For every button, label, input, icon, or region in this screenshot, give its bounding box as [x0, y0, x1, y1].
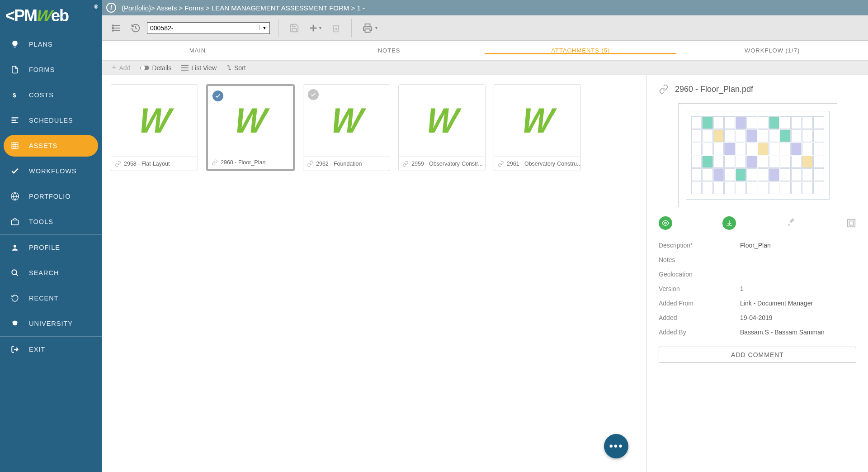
sidebar-item-label: SEARCH	[29, 269, 59, 277]
sidebar-item-costs[interactable]: $COSTS	[0, 82, 102, 108]
attachments-toolbar: +Add Details List View ⇅Sort	[102, 61, 868, 75]
link-icon	[115, 161, 121, 167]
attachment-card[interactable]: W2960 - Floor_Plan	[206, 84, 295, 171]
print-icon[interactable]: ▼	[360, 20, 381, 36]
sidebar-item-label: UNIVERSITY	[29, 320, 73, 327]
add-comment-button[interactable]: ADD COMMENT	[659, 347, 856, 363]
save-icon[interactable]	[287, 20, 302, 36]
tree-view-icon[interactable]	[109, 20, 124, 36]
sidebar-item-workflows[interactable]: WORKFLOWS	[0, 158, 102, 184]
dollar-icon: $	[9, 91, 21, 100]
sidebar-item-assets[interactable]: ASSETS	[4, 135, 98, 157]
brush-icon[interactable]	[786, 218, 796, 228]
add-attachment-button[interactable]: +Add	[112, 63, 130, 72]
meta-row: Geolocation	[659, 267, 856, 281]
exit-icon	[9, 345, 21, 353]
link-icon	[307, 161, 313, 167]
sidebar-item-tools[interactable]: TOOLS	[0, 209, 102, 234]
sidebar-item-recent[interactable]: RECENT	[0, 286, 102, 311]
svg-point-21	[112, 30, 113, 31]
briefcase-icon	[9, 218, 21, 226]
sidebar-item-label: SCHEDULES	[29, 117, 73, 124]
svg-point-26	[141, 66, 145, 70]
globe-icon	[9, 192, 21, 201]
meta-value: 19-04-2019	[740, 314, 773, 321]
bulb-icon	[9, 40, 21, 49]
delete-icon[interactable]	[329, 21, 343, 35]
sidebar-item-label: PORTFOLIO	[29, 193, 71, 200]
meta-label: Added From	[659, 300, 740, 307]
info-icon[interactable]: i	[106, 3, 116, 13]
sidebar-item-plans[interactable]: PLANS	[0, 32, 102, 57]
breadcrumb: i (Portfolio) > Assets > Forms > LEAN MA…	[102, 0, 868, 15]
sidebar-item-label: RECENT	[29, 295, 59, 302]
sidebar-item-label: COSTS	[29, 91, 54, 99]
meta-value: Bassam.S - Bassam Samman	[740, 329, 825, 336]
tab-main[interactable]: MAIN	[102, 47, 293, 54]
attachment-card[interactable]: W2959 - Observatory-Constr...	[398, 84, 486, 171]
svg-text:$: $	[13, 92, 16, 99]
attachment-card[interactable]: W2958 - Flat-Layout	[111, 84, 198, 171]
record-selector[interactable]: 000582- ▼	[147, 22, 270, 34]
link-icon	[659, 84, 669, 94]
svg-point-30	[665, 222, 666, 224]
meta-value: 1	[740, 285, 744, 292]
sidebar-item-schedules[interactable]: SCHEDULES	[0, 108, 102, 133]
download-button[interactable]	[722, 216, 736, 230]
sort-button[interactable]: ⇅Sort	[226, 64, 246, 72]
card-label: 2961 - Observatory-Constru...	[507, 161, 580, 167]
sidebar-item-profile[interactable]: PROFILE	[0, 235, 102, 260]
meta-label: Geolocation	[659, 271, 740, 278]
sidebar-item-exit[interactable]: EXIT	[0, 337, 102, 362]
details-toggle[interactable]: Details	[140, 64, 171, 72]
meta-row: Added ByBassam.S - Bassam Samman	[659, 325, 856, 339]
check-badge-icon	[212, 91, 223, 101]
sidebar-item-label: WORKFLOWS	[29, 167, 77, 175]
sidebar-item-label: EXIT	[29, 346, 45, 353]
tab-workflow-[interactable]: WORKFLOW (1/7)	[676, 47, 868, 54]
link-icon	[498, 161, 504, 167]
card-label: 2962 - Foundation	[316, 161, 362, 167]
view-button[interactable]	[659, 216, 672, 230]
card-label: 2960 - Floor_Plan	[221, 159, 265, 166]
breadcrumb-path: > Assets > Forms > LEAN MANAGEMENT ASSES…	[151, 4, 365, 12]
check-badge-icon	[308, 89, 319, 100]
attachment-preview[interactable]	[678, 103, 837, 207]
svg-line-14	[16, 274, 18, 276]
sidebar-item-university[interactable]: UNIVERSITY	[0, 311, 102, 336]
check-icon	[9, 167, 21, 176]
breadcrumb-portfolio[interactable]: (Portfolio)	[122, 4, 151, 12]
attachments-grid: W2958 - Flat-LayoutW2960 - Floor_PlanW29…	[102, 75, 646, 472]
meta-label: Notes	[659, 256, 740, 263]
sidebar-item-portfolio[interactable]: PORTFOLIO	[0, 184, 102, 209]
record-selector-value: 000582-	[150, 24, 173, 32]
attachment-card[interactable]: W2962 - Foundation	[303, 84, 390, 171]
sidebar-item-search[interactable]: SEARCH	[0, 260, 102, 286]
meta-row: Added19-04-2019	[659, 310, 856, 325]
expand-icon[interactable]	[846, 218, 856, 228]
tab-notes[interactable]: NOTES	[293, 47, 485, 54]
meta-value: Link - Document Manager	[740, 300, 813, 307]
card-label: 2959 - Observatory-Constr...	[411, 161, 483, 167]
sidebar-item-label: ASSETS	[29, 142, 57, 149]
sidebar-item-forms[interactable]: FORMS	[0, 57, 102, 82]
link-icon	[212, 159, 218, 166]
bars-icon	[9, 116, 21, 124]
list-view-button[interactable]: List View	[181, 64, 217, 72]
history-icon	[9, 294, 21, 302]
svg-point-20	[112, 27, 113, 29]
thumbnail: W	[111, 85, 198, 156]
sidebar-item-label: PROFILE	[29, 244, 60, 251]
thumbnail: W	[399, 85, 485, 156]
fab-more-button[interactable]: •••	[604, 434, 628, 458]
meta-value: Floor_Plan	[740, 242, 771, 249]
svg-point-12	[14, 245, 16, 248]
svg-rect-11	[12, 220, 19, 225]
history-icon[interactable]	[128, 20, 143, 36]
detail-title: 2960 - Floor_Plan.pdf	[675, 85, 753, 94]
svg-rect-2	[12, 120, 17, 121]
attachment-card[interactable]: W2961 - Observatory-Constru...	[494, 84, 581, 171]
add-icon[interactable]: ▼	[306, 20, 325, 36]
thumbnail: W	[494, 85, 580, 156]
svg-rect-3	[12, 122, 18, 123]
